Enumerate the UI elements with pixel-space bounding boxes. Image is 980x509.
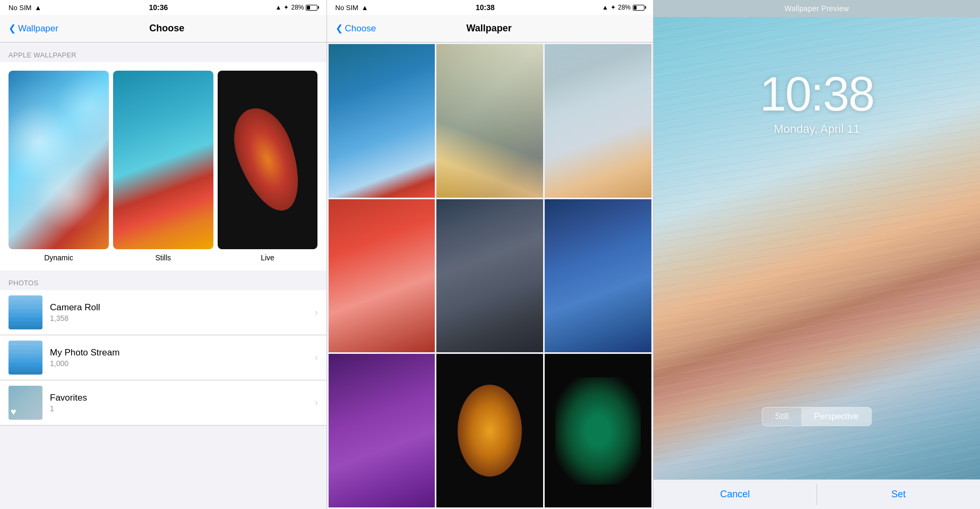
back-label-2: Choose (345, 23, 376, 34)
nav-title-1: Choose (149, 23, 184, 34)
battery-label-2: 28% (618, 4, 631, 11)
bluetooth-icon-2: ✦ (611, 4, 616, 11)
wallpaper-thumb-dynamic (8, 71, 109, 249)
location-icon-2: ▲ (602, 4, 608, 11)
preview-clock: 10:38 (654, 70, 980, 118)
grid-cell-2[interactable] (436, 44, 543, 198)
preview-bottom-bar: Cancel Set (654, 479, 980, 509)
wallpaper-label-live: Live (261, 253, 274, 262)
photo-item-photo-stream[interactable]: My Photo Stream 1,000 › (0, 335, 326, 380)
grid-cell-6[interactable] (545, 199, 651, 353)
wallpaper-item-live[interactable]: Live (218, 71, 318, 262)
back-button-1[interactable]: ❮ Wallpaper (8, 23, 58, 34)
status-right-2: ▲ ✦ 28% (602, 4, 644, 11)
section-apple-header: APPLE WALLPAPER (0, 43, 326, 62)
grid-cell-8[interactable] (436, 354, 543, 507)
location-icon: ▲ (276, 4, 282, 11)
photo-stream-name: My Photo Stream (50, 347, 307, 358)
grid-cell-3[interactable] (545, 44, 651, 198)
panel-choose: No SIM ▲ 10:36 ▲ ✦ 28% ❮ Wallpaper Choos… (0, 0, 327, 509)
status-bar-2: No SIM ▲ 10:38 ▲ ✦ 28% (327, 0, 654, 15)
set-button[interactable]: Set (817, 480, 980, 509)
back-label-1: Wallpaper (18, 23, 58, 34)
back-button-2[interactable]: ❮ Choose (336, 23, 376, 34)
no-sim-label-2: No SIM (336, 4, 358, 12)
no-sim-label: No SIM (8, 4, 31, 12)
nav-bar-2: ❮ Choose Wallpaper (327, 15, 654, 43)
grid-cell-5[interactable] (436, 199, 543, 353)
cancel-button[interactable]: Cancel (654, 480, 816, 509)
wifi-icon-2: ▲ (362, 4, 368, 12)
favorites-thumb: ♥ (8, 386, 42, 420)
status-right-1: ▲ ✦ 28% (276, 4, 318, 11)
favorites-name: Favorites (50, 393, 307, 403)
apple-wallpaper-grid: Dynamic Stills Live (0, 62, 326, 270)
preview-date: Monday, April 11 (654, 122, 980, 136)
preview-time-container: 10:38 Monday, April 11 (654, 70, 980, 136)
camera-roll-name: Camera Roll (50, 302, 307, 313)
battery-indicator-1 (306, 5, 317, 11)
photo-stream-chevron-icon: › (315, 353, 317, 362)
wallpaper-item-stills[interactable]: Stills (113, 71, 213, 262)
camera-roll-thumb (8, 295, 42, 329)
status-left-1: No SIM ▲ (8, 4, 41, 12)
still-button[interactable]: Still (762, 408, 802, 426)
battery-label: 28% (291, 4, 304, 11)
photos-list: Camera Roll 1,358 › My Photo Stream 1,00… (0, 290, 326, 426)
wallpaper-thumb-stills (113, 71, 213, 249)
still-perspective-toggle[interactable]: Still Perspective (762, 407, 872, 426)
grid-cell-4[interactable] (329, 199, 435, 353)
photo-item-favorites[interactable]: ♥ Favorites 1 › (0, 380, 326, 426)
wallpaper-preview-area: 10:38 Monday, April 11 Still Perspective (654, 17, 980, 479)
nav-title-2: Wallpaper (466, 23, 511, 34)
wallpaper-item-dynamic[interactable]: Dynamic (8, 71, 109, 262)
wallpaper-label-dynamic: Dynamic (44, 253, 73, 262)
back-chevron-icon: ❮ (8, 23, 16, 34)
status-bar-1: No SIM ▲ 10:36 ▲ ✦ 28% (0, 0, 326, 15)
grid-cell-1[interactable] (329, 44, 435, 198)
photo-stream-info: My Photo Stream 1,000 (50, 347, 307, 368)
photo-stream-count: 1,000 (50, 359, 307, 368)
wifi-icon: ▲ (35, 4, 41, 12)
wallpaper-grid-main (327, 43, 654, 509)
wallpaper-label-stills: Stills (155, 253, 171, 262)
nav-bar-1: ❮ Wallpaper Choose (0, 15, 326, 43)
perspective-button[interactable]: Perspective (802, 408, 872, 426)
panel-wallpaper-grid: No SIM ▲ 10:38 ▲ ✦ 28% ❮ Choose Wallpape… (327, 0, 654, 509)
status-time-1: 10:36 (149, 3, 168, 12)
heart-icon: ♥ (11, 406, 16, 418)
grid-cell-9[interactable] (545, 354, 651, 507)
favorites-count: 1 (50, 404, 307, 413)
preview-header: Wallpaper Preview (654, 0, 980, 17)
battery-indicator-2 (633, 5, 644, 11)
favorites-chevron-icon: › (315, 398, 317, 408)
camera-roll-count: 1,358 (50, 314, 307, 323)
photo-item-camera-roll[interactable]: Camera Roll 1,358 › (0, 290, 326, 335)
status-time-2: 10:38 (476, 3, 495, 12)
panel-wallpaper-preview: Wallpaper Preview 10:38 Monday, April 11… (654, 0, 980, 509)
favorites-info: Favorites 1 (50, 393, 307, 413)
status-left-2: No SIM ▲ (336, 4, 368, 12)
grid-cell-7[interactable] (329, 354, 435, 507)
section-photos-header: PHOTOS (0, 270, 326, 290)
camera-roll-info: Camera Roll 1,358 (50, 302, 307, 323)
photo-stream-thumb (8, 341, 42, 375)
wallpaper-thumb-live (218, 71, 318, 249)
camera-roll-chevron-icon: › (315, 308, 317, 317)
back-chevron-icon-2: ❮ (336, 23, 343, 34)
bluetooth-icon: ✦ (283, 4, 289, 11)
